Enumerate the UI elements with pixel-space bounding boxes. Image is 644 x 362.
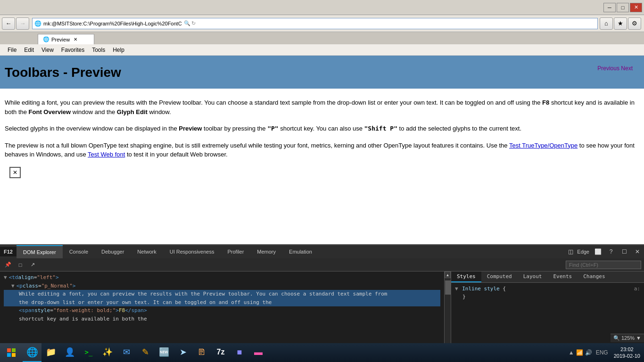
styles-tab-styles[interactable]: Styles <box>451 272 481 282</box>
devtools-tab-console[interactable]: Console <box>63 245 95 258</box>
find-input[interactable] <box>566 261 641 269</box>
inspect-element-btn[interactable]: 📌 <box>3 260 13 270</box>
devtools-tab-dom[interactable]: DOM Explorer <box>17 245 63 258</box>
minimize-button[interactable]: ─ <box>603 3 616 12</box>
address-bar[interactable]: 🌐 mk:@MSITStore:C:\Program%20Files\High-… <box>32 18 598 29</box>
devtools-tab-emulation[interactable]: Emulation <box>282 245 319 258</box>
menu-help[interactable]: Help <box>109 46 128 54</box>
expand-icon[interactable]: ☐ <box>619 246 630 257</box>
taskbar-ie-icon[interactable]: 🌐 <box>23 343 41 362</box>
taskbar-app7-icon[interactable]: 7z <box>211 343 230 362</box>
devtools-body: ▼ <td align="left" > ▼ <p class="p_Norma… <box>0 272 644 350</box>
menu-favorites[interactable]: Favorites <box>58 46 88 54</box>
dom-text1: While editing a font, you can preview th… <box>19 290 387 298</box>
glyph-edit-text: Glyph Edit <box>117 108 148 115</box>
devtools-toolbar: F12 DOM Explorer Console Debugger Networ… <box>0 245 644 258</box>
dom-line-p[interactable]: ▼ <p class="p_Normal" > <box>4 282 440 290</box>
previous-link[interactable]: Previous <box>597 65 619 72</box>
test-web-font-link[interactable]: Test Web font <box>88 151 125 158</box>
collapse-td-icon[interactable]: ▼ <box>4 273 7 282</box>
dom-line-span[interactable]: <span style="font-weight: bold;" > F8 </… <box>4 306 440 315</box>
collapse-p-icon[interactable]: ▼ <box>11 282 15 290</box>
zoom-icon: 🔍 <box>613 335 620 341</box>
styles-float-label: a: <box>634 286 640 292</box>
close-button[interactable]: ✕ <box>630 3 642 12</box>
dom-td-close: > <box>56 273 59 282</box>
forward-button[interactable]: → <box>16 17 29 30</box>
styles-brace-open: { <box>503 286 506 292</box>
p-key-quoted: "P" <box>267 125 278 132</box>
next-link[interactable]: Next <box>621 65 633 72</box>
menu-bar: File Edit View Favorites Tools Help <box>0 44 644 56</box>
devtools-tab-ui[interactable]: UI Responsiveness <box>163 245 221 258</box>
home-button[interactable]: ⌂ <box>600 17 613 30</box>
test-truetype-link[interactable]: Test TrueType/OpenType <box>509 142 578 149</box>
taskbar-app9-icon[interactable]: ▬ <box>249 343 268 362</box>
f12-badge: F12 <box>0 247 17 256</box>
dom-scroll-track[interactable] <box>445 278 451 343</box>
devtools-tab-memory[interactable]: Memory <box>250 245 282 258</box>
expand-dom-btn[interactable]: ↗ <box>27 260 38 270</box>
taskbar-user-icon[interactable]: 👤 <box>60 343 79 362</box>
taskbar-app1-icon[interactable]: ✨ <box>98 343 117 362</box>
taskbar-explorer-icon[interactable]: 📁 <box>41 343 60 362</box>
dom-line-td[interactable]: ▼ <td align="left" > <box>4 273 440 282</box>
styles-tab-events[interactable]: Events <box>547 272 578 282</box>
layout-icon[interactable]: ◫ <box>565 246 576 257</box>
menu-view[interactable]: View <box>38 46 58 54</box>
styles-empty-rule: } <box>455 294 640 300</box>
dom-td-tag: <td <box>9 273 18 282</box>
devtools-tab-debugger[interactable]: Debugger <box>95 245 131 258</box>
styles-tabs-bar: Styles Computed Layout Events Changes <box>451 272 644 283</box>
tab-close-icon[interactable]: ✕ <box>74 37 77 42</box>
back-button[interactable]: ← <box>2 17 15 30</box>
menu-tools[interactable]: Tools <box>88 46 109 54</box>
sys-network-icon[interactable]: 📶 <box>576 349 583 356</box>
dom-scrollbar: ▲ ▼ <box>444 272 451 350</box>
dom-scroll-up[interactable]: ▲ <box>445 272 451 278</box>
sys-up-icon[interactable]: ▲ <box>569 349 574 356</box>
start-button[interactable] <box>0 343 23 362</box>
taskbar-app2-icon[interactable]: ✉ <box>117 343 136 362</box>
browser-tab[interactable]: 🌐 Preview ✕ <box>38 34 94 44</box>
shift-p-quoted: "Shift P" <box>364 125 397 132</box>
devtools-close-icon[interactable]: ✕ <box>632 246 643 257</box>
menu-file[interactable]: File <box>4 46 20 54</box>
taskbar-app6-icon[interactable]: 🖹 <box>192 343 211 362</box>
close-x-btn[interactable]: ✕ <box>9 167 21 178</box>
styles-brace-close: } <box>462 294 466 300</box>
dom-line-text3[interactable]: shortcut key and is available in both th… <box>4 315 440 323</box>
favorites-button[interactable]: ★ <box>614 17 627 30</box>
dom-td-attr-val: "left" <box>37 273 56 282</box>
undock-icon[interactable]: ⬜ <box>592 246 603 257</box>
devtools-tab-profiler[interactable]: Profiler <box>221 245 250 258</box>
tab-title: Preview <box>51 37 70 42</box>
dom-scroll-thumb[interactable] <box>445 280 451 295</box>
svg-rect-0 <box>7 348 11 352</box>
devtools-tab-network[interactable]: Network <box>131 245 163 258</box>
menu-edit[interactable]: Edit <box>20 46 38 54</box>
dom-line-text2[interactable]: the drop-down list or enter your own tex… <box>4 298 440 307</box>
taskbar-app4-icon[interactable]: 🆕 <box>155 343 173 362</box>
tools-button[interactable]: ⚙ <box>628 17 641 30</box>
dom-line-text1[interactable]: While editing a font, you can preview th… <box>4 290 440 298</box>
taskbar-app5-icon[interactable]: ➤ <box>173 343 192 362</box>
help-icon[interactable]: ? <box>605 246 617 257</box>
styles-tab-changes[interactable]: Changes <box>578 272 611 282</box>
maximize-button[interactable]: □ <box>617 3 629 12</box>
taskbar-cmd-icon[interactable]: >_ <box>79 343 98 362</box>
styles-tab-computed[interactable]: Computed <box>481 272 518 282</box>
svg-rect-1 <box>12 348 16 352</box>
styles-rule: ▼ Inline style { a: <box>455 286 640 292</box>
sys-sound-icon[interactable]: 🔊 <box>585 349 592 356</box>
styles-tab-layout[interactable]: Layout <box>518 272 548 282</box>
zoom-dropdown-icon[interactable]: ▼ <box>636 335 641 341</box>
inline-style-label: Inline style <box>462 286 499 292</box>
article-content: While editing a font, you can preview th… <box>0 89 644 187</box>
taskbar-app8-icon[interactable]: ■ <box>230 343 249 362</box>
dom-layout-btn[interactable]: □ <box>15 260 25 270</box>
collapse-styles-icon[interactable]: ▼ <box>455 286 458 292</box>
time-display: 23:02 <box>614 346 640 353</box>
tab-favicon-icon: 🌐 <box>43 36 50 42</box>
taskbar-app3-icon[interactable]: ✎ <box>136 343 155 362</box>
